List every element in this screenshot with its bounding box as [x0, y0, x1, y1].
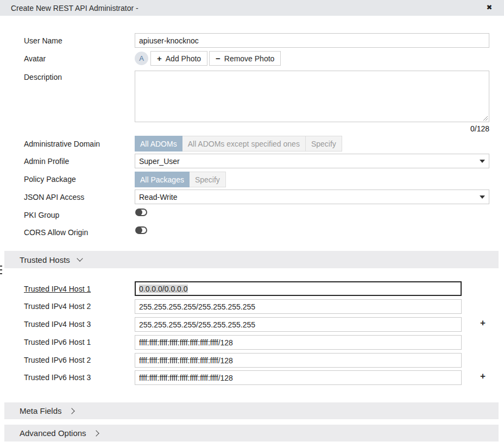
description-char-counter: 0/128 — [470, 124, 489, 133]
advanced-options-title: Advanced Options — [20, 428, 86, 438]
chevron-right-icon — [93, 430, 99, 436]
json-api-access-select[interactable]: Read-Write — [135, 190, 489, 204]
trusted-ipv4-host1-label: Trusted IPv4 Host 1 — [24, 285, 91, 293]
add-photo-button[interactable]: + Add Photo — [150, 51, 207, 66]
admin-profile-select[interactable]: Super_User — [135, 154, 489, 168]
plus-icon: + — [157, 54, 162, 63]
cors-allow-origin-label: CORS Allow Origin — [24, 228, 88, 237]
admin-profile-label: Admin Profile — [24, 157, 69, 166]
cors-allow-origin-toggle[interactable] — [135, 226, 147, 234]
json-api-access-label: JSON API Access — [24, 193, 84, 201]
trusted-ipv4-host2-input[interactable] — [135, 299, 462, 314]
advanced-options-section-header[interactable]: Advanced Options — [4, 425, 499, 441]
add-ipv4-host-button[interactable]: + — [478, 319, 487, 327]
policy-package-segmented: All Packages Specify — [135, 172, 226, 187]
trusted-ipv4-host1-input[interactable]: 0.0.0.0/0.0.0.0 — [135, 281, 462, 296]
user-name-label: User Name — [24, 36, 62, 45]
trusted-hosts-title: Trusted Hosts — [20, 255, 70, 264]
chevron-down-icon — [480, 160, 485, 163]
dialog-titlebar: Create New REST API Administrator - — [0, 0, 504, 16]
avatar: A — [135, 52, 148, 65]
minus-icon: − — [216, 54, 220, 63]
policy-package-option-all-packages[interactable]: All Packages — [135, 172, 190, 187]
json-api-access-value: Read-Write — [139, 193, 178, 201]
meta-fields-section-header[interactable]: Meta Fields — [4, 402, 499, 419]
trusted-ipv6-host1-input[interactable] — [135, 335, 462, 350]
description-label: Description — [24, 73, 62, 81]
remove-photo-label: Remove Photo — [224, 54, 275, 63]
admin-domain-label: Administrative Domain — [24, 140, 100, 148]
trusted-ipv6-host3-label: Trusted IPv6 Host 3 — [24, 373, 91, 382]
trusted-hosts-section-header[interactable]: Trusted Hosts — [4, 251, 499, 268]
trusted-ipv4-host2-label: Trusted IPv4 Host 2 — [24, 302, 91, 311]
admin-domain-option-specify[interactable]: Specify — [306, 136, 342, 152]
add-photo-label: Add Photo — [166, 54, 201, 63]
add-ipv6-host-button[interactable]: + — [478, 372, 487, 381]
left-edge-grip — [0, 266, 2, 274]
trusted-ipv6-host2-input[interactable] — [135, 353, 462, 368]
pki-group-toggle[interactable] — [135, 209, 147, 216]
chevron-down-icon — [77, 255, 83, 261]
trusted-ipv6-host1-label: Trusted IPv6 Host 1 — [24, 338, 91, 346]
policy-package-label: Policy Package — [24, 175, 76, 184]
admin-domain-option-all-adoms[interactable]: All ADOMs — [135, 136, 182, 152]
chevron-right-icon — [68, 408, 74, 414]
dialog-title: Create New REST API Administrator - — [11, 4, 138, 12]
admin-domain-option-except-specified[interactable]: All ADOMs except specified ones — [182, 136, 306, 152]
remove-photo-button[interactable]: − Remove Photo — [209, 51, 281, 66]
trusted-ipv4-host3-label: Trusted IPv4 Host 3 — [24, 320, 91, 329]
trusted-ipv6-host3-input[interactable] — [135, 370, 462, 385]
admin-profile-value: Super_User — [139, 157, 180, 166]
chevron-down-icon — [480, 195, 485, 199]
admin-domain-segmented: All ADOMs All ADOMs except specified one… — [135, 136, 342, 152]
trusted-ipv6-host2-label: Trusted IPv6 Host 2 — [24, 356, 91, 364]
meta-fields-title: Meta Fields — [20, 406, 62, 415]
create-rest-api-admin-dialog: Create New REST API Administrator - ✖ Us… — [0, 0, 504, 448]
description-textarea[interactable] — [135, 71, 489, 122]
avatar-label: Avatar — [24, 54, 46, 63]
trusted-ipv4-host1-value: 0.0.0.0/0.0.0.0 — [139, 285, 188, 293]
pki-group-label: PKI Group — [24, 211, 59, 219]
close-icon[interactable]: ✖ — [484, 3, 494, 12]
user-name-input[interactable] — [135, 33, 489, 48]
policy-package-option-specify[interactable]: Specify — [190, 172, 226, 187]
trusted-ipv4-host3-input[interactable] — [135, 317, 462, 332]
resize-handle-icon[interactable] — [483, 116, 488, 121]
